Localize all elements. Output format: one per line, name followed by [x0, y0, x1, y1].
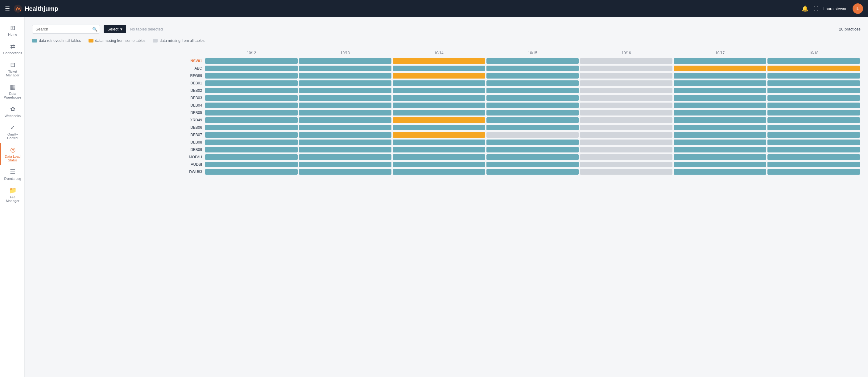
bar-cell — [486, 116, 580, 124]
status-bar — [299, 58, 392, 64]
status-bar — [768, 58, 860, 64]
status-bar — [674, 125, 766, 130]
expand-icon[interactable]: ⛶ — [813, 6, 818, 11]
status-bar — [393, 154, 485, 160]
logo-text: Healthjump — [25, 5, 58, 12]
logo: Healthjump — [13, 4, 58, 13]
status-bar — [393, 169, 485, 175]
bar-cell — [767, 65, 861, 72]
status-bar — [393, 95, 485, 101]
sidebar-label-data-warehouse: Data Warehouse — [3, 92, 22, 99]
bar-cell — [673, 79, 767, 87]
practices-count: 20 practices — [839, 27, 861, 31]
bar-cell — [392, 109, 486, 116]
status-bar — [580, 132, 673, 138]
status-bar — [299, 117, 392, 123]
sidebar-item-data-load-status[interactable]: ◎Data Load Status — [0, 143, 24, 165]
quality-control-icon: ✓ — [10, 124, 16, 131]
bar-cell — [205, 139, 298, 146]
bar-cell — [767, 131, 861, 139]
bar-cell — [205, 109, 298, 116]
legend: data retrieved in all tablesdata missing… — [32, 38, 861, 43]
select-button[interactable]: Select ▾ — [104, 25, 126, 33]
bar-cell — [579, 161, 673, 168]
sidebar-item-home[interactable]: ⊞Home — [0, 21, 24, 39]
bar-cell — [298, 102, 392, 109]
bar-cell — [579, 72, 673, 79]
bar-cell — [767, 57, 861, 65]
status-bar — [674, 132, 766, 138]
bar-cell — [392, 102, 486, 109]
bar-cell — [673, 57, 767, 65]
sidebar-item-ticket-manager[interactable]: ⊟Ticket Manager — [0, 58, 24, 80]
bar-cell — [392, 161, 486, 168]
bar-cell — [205, 153, 298, 161]
status-bar — [205, 88, 298, 93]
legend-item-blue: data retrieved in all tables — [32, 38, 81, 43]
col-header-date: 10/12 — [205, 49, 298, 57]
sidebar-label-webhooks: Webhooks — [5, 114, 21, 118]
status-bar — [299, 132, 392, 138]
status-bar — [580, 162, 673, 167]
status-bar — [393, 66, 485, 71]
avatar[interactable]: L — [852, 3, 863, 14]
status-bar — [205, 169, 298, 175]
sidebar-item-file-manager[interactable]: 📁File Manager — [0, 183, 24, 206]
status-bar — [674, 154, 766, 160]
bar-cell — [392, 65, 486, 72]
status-bar — [393, 103, 485, 108]
table-row: DEB09 — [32, 146, 861, 153]
bar-cell — [767, 161, 861, 168]
status-bar — [487, 169, 579, 175]
sidebar-label-ticket-manager: Ticket Manager — [3, 70, 22, 77]
row-label: DEB08 — [32, 139, 205, 146]
main-content: 🔍 Select ▾ No tables selected 20 practic… — [25, 17, 868, 377]
bar-cell — [579, 79, 673, 87]
sidebar-item-quality-control[interactable]: ✓Quality Control — [0, 121, 24, 143]
row-label: DEB06 — [32, 124, 205, 131]
bar-cell — [486, 139, 580, 146]
row-label: DEB05 — [32, 109, 205, 116]
row-label: ABC — [32, 65, 205, 72]
bar-cell — [392, 153, 486, 161]
bar-cell — [673, 102, 767, 109]
bar-cell — [767, 146, 861, 153]
status-bar — [768, 154, 860, 160]
bar-cell — [205, 94, 298, 102]
sidebar-item-data-warehouse[interactable]: ▦Data Warehouse — [0, 80, 24, 102]
hamburger-icon[interactable]: ☰ — [5, 5, 10, 12]
bar-cell — [579, 153, 673, 161]
status-bar — [205, 73, 298, 78]
sidebar-item-connections[interactable]: ⇄Connections — [0, 39, 24, 58]
table-row: DEB02 — [32, 87, 861, 94]
status-bar — [674, 140, 766, 145]
bar-cell — [673, 161, 767, 168]
bar-cell — [205, 72, 298, 79]
bar-cell — [298, 72, 392, 79]
webhooks-icon: ✿ — [10, 105, 16, 113]
bar-cell — [298, 94, 392, 102]
status-bar — [393, 110, 485, 115]
bar-cell — [673, 139, 767, 146]
sidebar-item-events-log[interactable]: ☰Events Log — [0, 165, 24, 183]
bar-cell — [673, 87, 767, 94]
table-row: DWU83 — [32, 168, 861, 176]
select-label: Select — [107, 27, 119, 31]
sidebar-item-webhooks[interactable]: ✿Webhooks — [0, 102, 24, 121]
status-bar — [393, 58, 485, 64]
bar-cell — [767, 109, 861, 116]
status-bar — [580, 154, 673, 160]
status-bar — [674, 73, 766, 78]
status-bar — [580, 110, 673, 115]
col-header-empty — [32, 49, 205, 57]
search-wrapper: 🔍 — [32, 25, 100, 34]
row-label: DEB03 — [32, 94, 205, 102]
bar-cell — [205, 168, 298, 176]
row-label: AUDSI — [32, 161, 205, 168]
bell-icon[interactable]: 🔔 — [802, 5, 808, 12]
status-bar — [487, 147, 579, 152]
search-input[interactable] — [32, 25, 100, 34]
search-icon-button[interactable]: 🔍 — [92, 27, 97, 32]
bar-cell — [579, 139, 673, 146]
status-bar — [299, 169, 392, 175]
